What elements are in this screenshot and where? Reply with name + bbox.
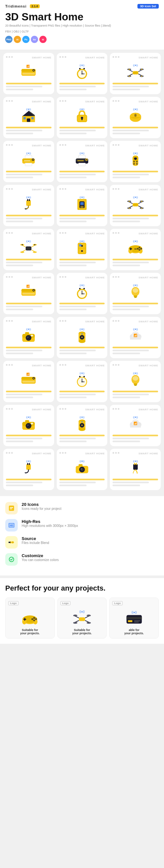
format-ps: Ps — [22, 36, 30, 43]
svg-point-12 — [81, 73, 82, 74]
format-id: Id — [39, 36, 46, 43]
svg-rect-219 — [130, 425, 141, 428]
svg-point-27 — [141, 69, 142, 70]
svg-text:((●)): ((●)) — [79, 460, 84, 463]
svg-rect-182 — [22, 381, 35, 382]
lock-icon: ((●)) — [73, 106, 91, 123]
svg-point-229 — [80, 468, 84, 471]
icon-grid: SMART HOME 📶 — [3, 53, 161, 446]
preview-drone-icon: ((●)) — [73, 608, 91, 626]
header: Tridimensi 2.1.0 3D Icon Set 3D Smart Ho… — [0, 0, 164, 50]
feature-customize-box — [5, 553, 18, 566]
feature-icons-title: 20 Icons — [22, 502, 61, 507]
svg-line-90 — [138, 202, 141, 204]
svg-point-29 — [141, 75, 142, 76]
svg-text:((●)): ((●)) — [133, 372, 138, 375]
bulb-icon: ((●)) — [127, 282, 144, 300]
svg-point-262 — [87, 622, 91, 624]
svg-point-119 — [81, 250, 83, 252]
ac3-icon: 📶 — [20, 370, 37, 388]
feature-source: Source Files include Blend — [5, 536, 159, 549]
plug2-icon: ((●)) — [20, 458, 37, 475]
doorlock-icon: ((●)) — [73, 194, 91, 211]
plug3-icon: ((●)) — [127, 458, 144, 475]
preview-logo-3: Logo — [112, 601, 123, 606]
svg-point-163 — [28, 337, 29, 338]
feature-source-box — [5, 536, 18, 549]
icon-card-lock: SMART HOME ((●)) — [57, 97, 107, 138]
svg-rect-74 — [27, 199, 28, 201]
svg-text:((●)): ((●)) — [79, 610, 85, 613]
svg-point-171 — [81, 337, 82, 338]
package-icon — [8, 504, 15, 512]
svg-rect-52 — [24, 160, 30, 161]
svg-rect-42 — [81, 119, 82, 120]
svg-rect-192 — [83, 376, 85, 377]
version-badge: 2.1.0 — [30, 4, 40, 8]
svg-point-139 — [33, 290, 34, 291]
feature-source-title: Source — [22, 536, 49, 541]
svg-rect-265 — [126, 617, 142, 619]
svg-rect-159 — [25, 332, 29, 335]
svg-line-104 — [22, 245, 26, 247]
preview-cards: Logo Suitable foryour projects. Log — [5, 597, 159, 639]
svg-rect-237 — [10, 508, 12, 509]
svg-point-251 — [33, 619, 35, 621]
svg-text:📶: 📶 — [26, 372, 30, 376]
feature-icons-box — [5, 502, 18, 515]
svg-line-19 — [138, 70, 141, 71]
svg-point-210 — [79, 428, 86, 431]
svg-rect-148 — [83, 288, 85, 289]
svg-point-162 — [27, 337, 30, 339]
icon-card-clock2: SMART HOME ((●)) — [57, 273, 107, 314]
main-title: 3D Smart Home — [5, 11, 159, 23]
icon-card-printer2: SMART HOME ((●)) — [57, 141, 107, 182]
svg-text:((●)): ((●)) — [79, 240, 84, 243]
svg-text:((●)): ((●)) — [133, 240, 138, 243]
feature-highres-title: High-Res — [22, 519, 78, 524]
svg-line-89 — [129, 202, 132, 204]
svg-point-82 — [81, 206, 82, 207]
svg-text:((●)): ((●)) — [26, 196, 31, 198]
feature-icons: 20 Icons Icons ready for your project — [5, 502, 159, 515]
svg-point-259 — [73, 615, 77, 617]
feature-highres-desc: High resolutions with 3000px × 3000px — [22, 524, 78, 528]
svg-point-97 — [129, 201, 130, 202]
svg-text:((●)): ((●)) — [26, 328, 31, 331]
svg-text:((●)): ((●)) — [133, 64, 138, 67]
preview-card-icon: ((●)) — [125, 609, 143, 625]
svg-line-107 — [32, 250, 35, 251]
svg-text:((●)): ((●)) — [79, 372, 84, 375]
svg-point-113 — [34, 244, 35, 245]
svg-text:((●)): ((●)) — [133, 284, 138, 287]
svg-rect-201 — [25, 420, 29, 423]
cabinet-icon: ((●)) — [73, 238, 91, 255]
svg-rect-75 — [29, 199, 30, 201]
svg-text:📶: 📶 — [26, 64, 30, 68]
svg-point-213 — [81, 425, 82, 426]
svg-point-249 — [33, 617, 35, 619]
svg-line-20 — [129, 74, 132, 75]
svg-point-110 — [20, 251, 24, 253]
svg-text:((●)): ((●)) — [79, 64, 84, 67]
icon-card-camera: SMART HOME ((●)) — [3, 317, 54, 358]
camera-icon: ((●)) — [20, 326, 37, 343]
svg-rect-120 — [79, 244, 81, 247]
subtitle-line2: FBX | OBJ | GLTF — [5, 30, 159, 33]
speaker-icon: ((●)) — [73, 326, 91, 343]
icon-card-clock: SMART HOME ((●)) — [57, 53, 107, 94]
svg-rect-233 — [134, 463, 135, 465]
svg-point-71 — [136, 163, 137, 165]
svg-point-146 — [81, 293, 82, 294]
svg-rect-57 — [79, 155, 86, 159]
svg-point-112 — [22, 244, 23, 245]
svg-rect-35 — [27, 119, 30, 122]
svg-text:((●)): ((●)) — [133, 196, 138, 198]
svg-point-54 — [32, 159, 33, 160]
svg-text:((●)): ((●)) — [26, 415, 31, 418]
svg-rect-14 — [83, 68, 85, 69]
svg-rect-60 — [77, 160, 84, 161]
icon-card-house: SMART HOME ((●)) — [3, 97, 54, 138]
icon-card-speaker: SMART HOME ((●)) — [57, 317, 107, 358]
svg-point-195 — [132, 376, 138, 381]
